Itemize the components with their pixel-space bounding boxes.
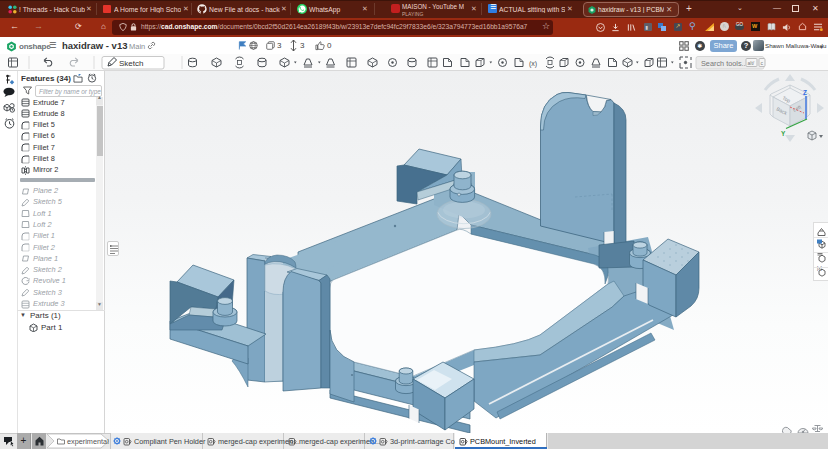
svg-text:Sketch: Sketch <box>119 59 143 68</box>
svg-text:Search tools...: Search tools... <box>701 59 748 68</box>
svg-text:alt/: alt/ <box>748 60 755 66</box>
svg-text:Y: Y <box>781 130 786 137</box>
svg-text:Z: Z <box>803 89 807 96</box>
svg-text:(x): (x) <box>529 60 537 68</box>
